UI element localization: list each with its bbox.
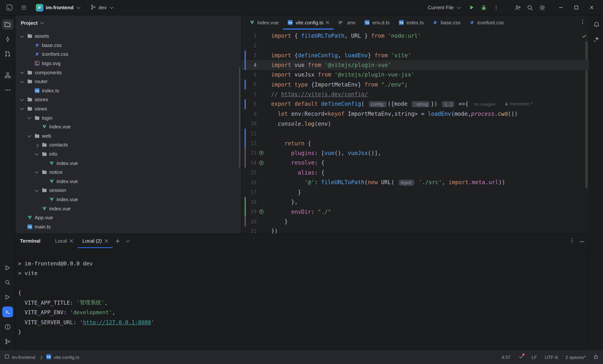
tab-env-d-ts[interactable]: TSenv.d.ts bbox=[360, 15, 394, 29]
breadcrumb-root[interactable]: im-frontend bbox=[12, 354, 35, 360]
close-tab-icon[interactable] bbox=[104, 239, 108, 243]
close-tab-icon[interactable] bbox=[70, 239, 73, 243]
branch-selector[interactable]: dev bbox=[88, 3, 117, 12]
hide-terminal-icon[interactable] bbox=[579, 238, 585, 244]
line-number[interactable]: 3 bbox=[242, 52, 256, 58]
line-number[interactable]: 18 bbox=[242, 199, 256, 205]
tree-item[interactable]: index.vue bbox=[15, 204, 241, 213]
project-selector[interactable]: IF im-frontend bbox=[33, 2, 84, 12]
tree-item[interactable]: web bbox=[15, 131, 241, 141]
run-button[interactable] bbox=[466, 2, 477, 13]
line-separator[interactable]: LF bbox=[532, 354, 537, 360]
tab-base-css[interactable]: #base.css bbox=[428, 15, 465, 29]
code-line[interactable]: 12 return { bbox=[242, 138, 589, 148]
tree-item[interactable]: info bbox=[15, 150, 241, 159]
commit-tool-icon[interactable] bbox=[2, 34, 13, 44]
gutter-arrow-icon[interactable] bbox=[256, 209, 271, 214]
terminal-tool-icon[interactable] bbox=[2, 306, 13, 317]
pull-requests-tool-icon[interactable] bbox=[2, 48, 13, 59]
tab--env[interactable]: .env bbox=[334, 15, 360, 29]
tree-item[interactable]: assets bbox=[15, 32, 241, 41]
tree-item[interactable]: index.vue bbox=[15, 159, 241, 168]
tree-item[interactable]: index.vue bbox=[15, 177, 241, 186]
gutter-arrow-icon[interactable] bbox=[256, 151, 271, 156]
code-line[interactable]: 3import {defineConfig, loadEnv} from 'vi… bbox=[242, 50, 589, 60]
line-number[interactable]: 6 bbox=[242, 82, 256, 87]
main-menu-icon[interactable] bbox=[18, 2, 29, 13]
project-tool-icon[interactable] bbox=[2, 19, 13, 30]
chevron-down-icon[interactable] bbox=[27, 133, 32, 139]
line-number[interactable]: 19 bbox=[242, 209, 256, 215]
problems-tool-icon[interactable] bbox=[2, 322, 13, 332]
line-number[interactable]: 14 bbox=[242, 160, 256, 166]
code-line[interactable]: 6import type {ImportMetaEnv} from "./env… bbox=[242, 80, 589, 90]
code-line[interactable]: 20 } bbox=[242, 217, 589, 226]
notifications-bell-icon[interactable] bbox=[591, 19, 602, 30]
code-line[interactable]: 16 '@': fileURLToPath(new URL( input: '.… bbox=[242, 177, 589, 187]
terminal-dropdown-icon[interactable] bbox=[123, 234, 133, 248]
line-number[interactable]: 10 bbox=[242, 121, 256, 127]
tree-item[interactable]: logo.svg bbox=[15, 59, 241, 68]
tree-item[interactable]: stores bbox=[15, 95, 241, 104]
git-status-icon[interactable] bbox=[518, 354, 524, 360]
line-number[interactable]: 21 bbox=[242, 228, 256, 234]
tree-scrollbar[interactable] bbox=[239, 67, 240, 168]
code-line[interactable]: 14 resolve: { bbox=[242, 158, 589, 168]
comment-link[interactable]: https://vitejs.dev/config/ bbox=[281, 91, 368, 97]
line-number[interactable]: 5 bbox=[242, 72, 256, 78]
file-encoding[interactable]: UTF-8 bbox=[545, 354, 558, 360]
code-line[interactable]: 4import vue from '@vitejs/plugin-vue' bbox=[242, 60, 589, 70]
chevron-down-icon[interactable] bbox=[34, 188, 39, 193]
code-line[interactable]: 18 }, bbox=[242, 197, 589, 207]
tree-item[interactable]: router bbox=[15, 77, 241, 86]
tab-options-icon[interactable] bbox=[580, 19, 585, 26]
settings-gear-icon[interactable] bbox=[537, 2, 548, 13]
line-number[interactable]: 2 bbox=[242, 43, 256, 48]
line-number[interactable]: 16 bbox=[242, 179, 256, 185]
terminal-options-icon[interactable] bbox=[569, 238, 575, 244]
chevron-right-icon[interactable] bbox=[34, 142, 39, 148]
terminal-tab-local-2-[interactable]: Local (2) bbox=[78, 234, 113, 248]
code-line[interactable]: 13 plugins: [vue(), vueJsx()], bbox=[242, 148, 589, 158]
code-line[interactable]: 1import { fileURLToPath, URL } from 'nod… bbox=[242, 31, 589, 41]
services-tool-icon[interactable] bbox=[2, 292, 13, 302]
tab-index-vue[interactable]: index.vue bbox=[245, 15, 283, 29]
code-line[interactable]: 5import vueJsx from '@vitejs/plugin-vue-… bbox=[242, 70, 589, 80]
caret-position[interactable]: 4:37 bbox=[501, 354, 510, 360]
debug-button[interactable] bbox=[478, 2, 489, 13]
chevron-down-icon[interactable] bbox=[19, 106, 25, 111]
line-number[interactable]: 12 bbox=[242, 141, 256, 146]
search-everywhere-icon[interactable] bbox=[525, 2, 535, 13]
code-line[interactable]: 21}) bbox=[242, 226, 589, 233]
code-with-me-icon[interactable] bbox=[512, 2, 523, 13]
code-line[interactable]: 17 } bbox=[242, 187, 589, 197]
project-panel-header[interactable]: Project bbox=[15, 15, 241, 30]
minimize-window-icon[interactable] bbox=[553, 2, 568, 13]
tree-item[interactable]: views bbox=[15, 104, 241, 113]
terminal-tab-local[interactable]: Local bbox=[50, 234, 78, 248]
tree-item[interactable]: TSindex.ts bbox=[15, 86, 241, 95]
line-number[interactable]: 9 bbox=[242, 111, 256, 117]
tree-item[interactable]: contacts bbox=[15, 141, 241, 150]
chevron-down-icon[interactable] bbox=[19, 97, 25, 102]
line-number[interactable]: 11 bbox=[242, 131, 256, 137]
readonly-lock-icon[interactable] bbox=[593, 354, 599, 360]
new-terminal-icon[interactable] bbox=[113, 234, 123, 248]
structure-tool-icon[interactable] bbox=[2, 70, 13, 80]
editor-content[interactable]: 1import { fileURLToPath, URL } from 'nod… bbox=[242, 30, 589, 233]
code-line[interactable]: 19 envDir: "./" bbox=[242, 207, 589, 217]
close-tab-icon[interactable] bbox=[326, 21, 329, 24]
tree-item[interactable]: notice bbox=[15, 168, 241, 177]
tree-item[interactable]: TSmain.ts bbox=[15, 222, 241, 231]
tree-item[interactable]: App.vue bbox=[15, 213, 241, 222]
run-configuration-selector[interactable]: Current File bbox=[425, 3, 465, 12]
code-line[interactable]: 10 console.log(env) bbox=[242, 119, 589, 129]
chevron-down-icon[interactable] bbox=[19, 79, 25, 84]
tree-item[interactable]: #iconfont.css bbox=[15, 50, 241, 59]
chevron-down-icon[interactable] bbox=[19, 70, 25, 75]
line-number[interactable]: 4 bbox=[242, 62, 256, 68]
tree-item[interactable]: session bbox=[15, 186, 241, 195]
line-number[interactable]: 20 bbox=[242, 219, 256, 224]
line-number[interactable]: 13 bbox=[242, 150, 256, 156]
terminal-link[interactable]: http://127.0.0.1:8080 bbox=[83, 319, 151, 325]
